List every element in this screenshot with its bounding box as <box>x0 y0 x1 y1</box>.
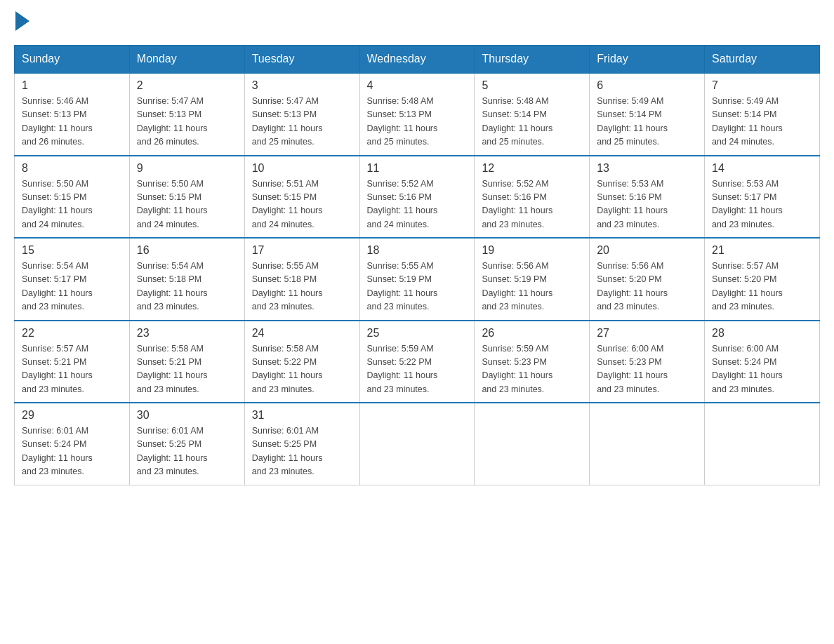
day-info: Sunrise: 5:54 AMSunset: 5:18 PMDaylight:… <box>137 260 237 314</box>
day-of-week-header: Tuesday <box>244 46 359 74</box>
day-info: Sunrise: 5:54 AMSunset: 5:17 PMDaylight:… <box>22 260 122 314</box>
day-info: Sunrise: 5:50 AMSunset: 5:15 PMDaylight:… <box>137 177 237 232</box>
day-info: Sunrise: 5:53 AMSunset: 5:17 PMDaylight:… <box>712 177 812 232</box>
day-info: Sunrise: 5:50 AMSunset: 5:15 PMDaylight:… <box>22 177 122 232</box>
day-number: 8 <box>22 162 122 175</box>
calendar-day-cell: 14Sunrise: 5:53 AMSunset: 5:17 PMDayligh… <box>705 156 820 239</box>
day-info: Sunrise: 5:59 AMSunset: 5:23 PMDaylight:… <box>482 342 582 397</box>
day-info: Sunrise: 5:55 AMSunset: 5:19 PMDaylight:… <box>367 260 468 314</box>
day-number: 19 <box>482 244 582 257</box>
calendar-day-cell: 6Sunrise: 5:49 AMSunset: 5:14 PMDaylight… <box>590 73 705 156</box>
day-number: 15 <box>22 244 122 257</box>
day-info: Sunrise: 5:59 AMSunset: 5:22 PMDaylight:… <box>367 342 468 397</box>
day-info: Sunrise: 5:46 AMSunset: 5:13 PMDaylight:… <box>22 95 122 149</box>
day-number: 17 <box>252 244 352 257</box>
day-info: Sunrise: 5:55 AMSunset: 5:18 PMDaylight:… <box>252 260 352 314</box>
day-info: Sunrise: 5:56 AMSunset: 5:20 PMDaylight:… <box>597 260 697 314</box>
day-info: Sunrise: 5:49 AMSunset: 5:14 PMDaylight:… <box>712 95 812 149</box>
day-number: 30 <box>137 409 237 422</box>
day-of-week-header: Monday <box>129 46 244 74</box>
logo <box>14 14 32 31</box>
day-number: 11 <box>367 162 468 175</box>
day-info: Sunrise: 5:48 AMSunset: 5:13 PMDaylight:… <box>367 95 468 149</box>
calendar-day-cell: 12Sunrise: 5:52 AMSunset: 5:16 PMDayligh… <box>475 156 590 239</box>
calendar-day-cell: 7Sunrise: 5:49 AMSunset: 5:14 PMDaylight… <box>705 73 820 156</box>
page-header <box>14 14 820 31</box>
day-number: 24 <box>252 327 352 340</box>
calendar-day-cell: 24Sunrise: 5:58 AMSunset: 5:22 PMDayligh… <box>244 321 359 403</box>
calendar-day-cell: 28Sunrise: 6:00 AMSunset: 5:24 PMDayligh… <box>705 321 820 403</box>
calendar-day-cell: 3Sunrise: 5:47 AMSunset: 5:13 PMDaylight… <box>244 73 359 156</box>
day-number: 12 <box>482 162 582 175</box>
calendar-day-cell: 27Sunrise: 6:00 AMSunset: 5:23 PMDayligh… <box>590 321 705 403</box>
day-info: Sunrise: 5:58 AMSunset: 5:21 PMDaylight:… <box>137 342 237 397</box>
day-number: 31 <box>252 409 352 422</box>
calendar-day-cell: 9Sunrise: 5:50 AMSunset: 5:15 PMDaylight… <box>129 156 244 239</box>
day-info: Sunrise: 5:56 AMSunset: 5:19 PMDaylight:… <box>482 260 582 314</box>
calendar-day-cell: 5Sunrise: 5:48 AMSunset: 5:14 PMDaylight… <box>475 73 590 156</box>
calendar-day-cell: 23Sunrise: 5:58 AMSunset: 5:21 PMDayligh… <box>129 321 244 403</box>
day-info: Sunrise: 5:49 AMSunset: 5:14 PMDaylight:… <box>597 95 697 149</box>
logo-blue-part <box>14 14 32 31</box>
day-info: Sunrise: 5:52 AMSunset: 5:16 PMDaylight:… <box>482 177 582 232</box>
day-info: Sunrise: 6:01 AMSunset: 5:25 PMDaylight:… <box>252 424 352 479</box>
calendar-day-cell: 11Sunrise: 5:52 AMSunset: 5:16 PMDayligh… <box>359 156 475 239</box>
day-number: 20 <box>597 244 697 257</box>
day-number: 1 <box>22 79 122 92</box>
day-info: Sunrise: 5:47 AMSunset: 5:13 PMDaylight:… <box>137 95 237 149</box>
day-number: 3 <box>252 79 352 92</box>
calendar-day-cell: 15Sunrise: 5:54 AMSunset: 5:17 PMDayligh… <box>15 238 130 321</box>
day-number: 18 <box>367 244 468 257</box>
calendar-day-cell: 18Sunrise: 5:55 AMSunset: 5:19 PMDayligh… <box>359 238 475 321</box>
calendar-day-cell: 17Sunrise: 5:55 AMSunset: 5:18 PMDayligh… <box>244 238 359 321</box>
day-of-week-header: Wednesday <box>359 46 475 74</box>
day-number: 2 <box>137 79 237 92</box>
day-info: Sunrise: 5:53 AMSunset: 5:16 PMDaylight:… <box>597 177 697 232</box>
day-number: 22 <box>22 327 122 340</box>
day-number: 14 <box>712 162 812 175</box>
calendar-header-row: SundayMondayTuesdayWednesdayThursdayFrid… <box>15 46 820 74</box>
calendar-day-cell <box>359 403 475 485</box>
day-info: Sunrise: 6:01 AMSunset: 5:25 PMDaylight:… <box>137 424 237 479</box>
day-number: 5 <box>482 79 582 92</box>
day-info: Sunrise: 5:51 AMSunset: 5:15 PMDaylight:… <box>252 177 352 232</box>
calendar-day-cell: 31Sunrise: 6:01 AMSunset: 5:25 PMDayligh… <box>244 403 359 485</box>
day-of-week-header: Saturday <box>705 46 820 74</box>
calendar-day-cell: 30Sunrise: 6:01 AMSunset: 5:25 PMDayligh… <box>129 403 244 485</box>
calendar-day-cell: 20Sunrise: 5:56 AMSunset: 5:20 PMDayligh… <box>590 238 705 321</box>
day-number: 10 <box>252 162 352 175</box>
day-info: Sunrise: 5:47 AMSunset: 5:13 PMDaylight:… <box>252 95 352 149</box>
day-info: Sunrise: 5:58 AMSunset: 5:22 PMDaylight:… <box>252 342 352 397</box>
day-number: 29 <box>22 409 122 422</box>
calendar-day-cell <box>705 403 820 485</box>
calendar-week-row: 8Sunrise: 5:50 AMSunset: 5:15 PMDaylight… <box>15 156 820 239</box>
calendar-day-cell: 29Sunrise: 6:01 AMSunset: 5:24 PMDayligh… <box>15 403 130 485</box>
day-number: 26 <box>482 327 582 340</box>
day-of-week-header: Sunday <box>15 46 130 74</box>
logo-arrow-icon <box>15 11 29 31</box>
day-number: 21 <box>712 244 812 257</box>
calendar-day-cell: 26Sunrise: 5:59 AMSunset: 5:23 PMDayligh… <box>475 321 590 403</box>
day-number: 27 <box>597 327 697 340</box>
day-info: Sunrise: 5:57 AMSunset: 5:20 PMDaylight:… <box>712 260 812 314</box>
calendar-week-row: 1Sunrise: 5:46 AMSunset: 5:13 PMDaylight… <box>15 73 820 156</box>
calendar-day-cell: 25Sunrise: 5:59 AMSunset: 5:22 PMDayligh… <box>359 321 475 403</box>
calendar-day-cell <box>590 403 705 485</box>
day-number: 16 <box>137 244 237 257</box>
day-number: 7 <box>712 79 812 92</box>
day-number: 23 <box>137 327 237 340</box>
calendar-day-cell: 10Sunrise: 5:51 AMSunset: 5:15 PMDayligh… <box>244 156 359 239</box>
day-of-week-header: Friday <box>590 46 705 74</box>
day-number: 13 <box>597 162 697 175</box>
day-number: 28 <box>712 327 812 340</box>
calendar-day-cell: 4Sunrise: 5:48 AMSunset: 5:13 PMDaylight… <box>359 73 475 156</box>
day-number: 25 <box>367 327 468 340</box>
day-info: Sunrise: 6:00 AMSunset: 5:23 PMDaylight:… <box>597 342 697 397</box>
calendar-day-cell: 13Sunrise: 5:53 AMSunset: 5:16 PMDayligh… <box>590 156 705 239</box>
calendar-day-cell: 21Sunrise: 5:57 AMSunset: 5:20 PMDayligh… <box>705 238 820 321</box>
calendar-week-row: 15Sunrise: 5:54 AMSunset: 5:17 PMDayligh… <box>15 238 820 321</box>
calendar-day-cell: 22Sunrise: 5:57 AMSunset: 5:21 PMDayligh… <box>15 321 130 403</box>
calendar-day-cell: 1Sunrise: 5:46 AMSunset: 5:13 PMDaylight… <box>15 73 130 156</box>
day-info: Sunrise: 6:00 AMSunset: 5:24 PMDaylight:… <box>712 342 812 397</box>
day-info: Sunrise: 5:52 AMSunset: 5:16 PMDaylight:… <box>367 177 468 232</box>
